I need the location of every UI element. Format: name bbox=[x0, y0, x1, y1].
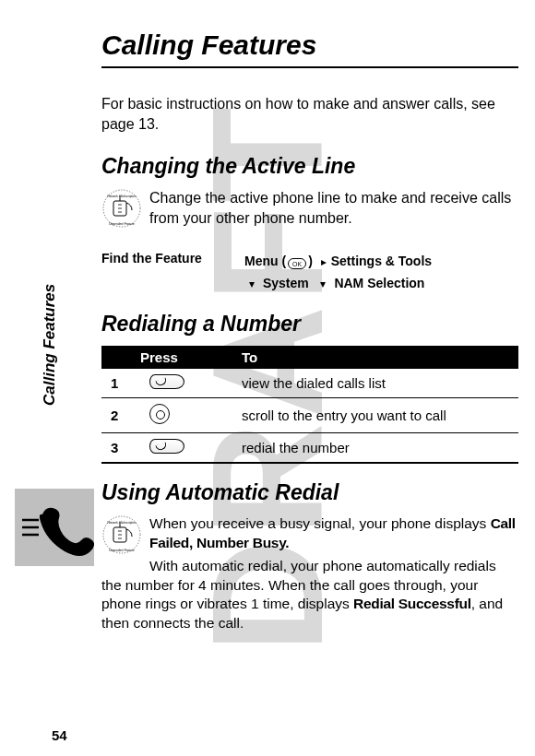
path-system: System bbox=[263, 276, 309, 290]
step-to: redial the number bbox=[232, 432, 518, 463]
redial-steps-table: Press To 1 view the dialed calls list 2 … bbox=[101, 346, 518, 464]
heading-auto-redial: Using Automatic Redial bbox=[101, 480, 518, 505]
send-key-icon bbox=[149, 439, 184, 454]
auto-lead: When you receive a busy signal, your pho… bbox=[101, 514, 518, 553]
menu-word: Menu bbox=[244, 254, 279, 268]
svg-text:Dependent Feature: Dependent Feature bbox=[109, 549, 135, 552]
arrow-right-icon bbox=[316, 254, 331, 268]
intro-paragraph: For basic instructions on how to make an… bbox=[101, 94, 518, 134]
col-to: To bbox=[232, 346, 518, 369]
find-the-feature: Find the Feature Menu (OK) Settings & To… bbox=[101, 251, 518, 295]
page-title: Calling Features bbox=[101, 30, 518, 68]
col-press: Press bbox=[101, 346, 232, 369]
auto-redial-block: Network / Subscription Dependent Feature… bbox=[101, 514, 518, 638]
auto-lead-text: When you receive a busy signal, your pho… bbox=[149, 515, 491, 531]
svg-text:Network / Subscription: Network / Subscription bbox=[108, 521, 137, 525]
heading-redialing: Redialing a Number bbox=[101, 312, 518, 337]
ok-key-icon: OK bbox=[288, 258, 306, 269]
step-num: 2 bbox=[101, 397, 140, 432]
svg-text:Dependent Feature: Dependent Feature bbox=[109, 222, 135, 226]
side-running-head: Calling Features bbox=[41, 284, 59, 406]
network-dependent-icon: Network / Subscription Dependent Feature bbox=[101, 188, 144, 230]
send-key-icon bbox=[149, 374, 184, 389]
ftf-path: Menu (OK) Settings & Tools System NAM Se… bbox=[244, 251, 518, 295]
nav-key-icon bbox=[149, 404, 170, 424]
auto-body-bold: Redial Successful bbox=[353, 596, 471, 611]
step-to: scroll to the entry you want to call bbox=[232, 397, 518, 432]
network-dependent-icon: Network / Subscription Dependent Feature bbox=[101, 514, 144, 557]
heading-changing-active-line: Changing the Active Line bbox=[101, 154, 518, 179]
page: Calling Features Calling Features For ba… bbox=[0, 0, 535, 756]
ftf-label: Find the Feature bbox=[101, 251, 244, 295]
step-num: 1 bbox=[101, 369, 140, 398]
changing-block: Network / Subscription Dependent Feature… bbox=[101, 188, 518, 230]
table-row: 1 view the dialed calls list bbox=[101, 369, 518, 398]
changing-body: Change the active phone line to make and… bbox=[101, 188, 518, 228]
page-number: 54 bbox=[52, 727, 67, 743]
step-to: view the dialed calls list bbox=[232, 369, 518, 398]
arrow-down-icon bbox=[315, 276, 330, 290]
table-row: 3 redial the number bbox=[101, 432, 518, 463]
arrow-down-icon bbox=[244, 276, 259, 290]
phone-tab-graphic bbox=[15, 489, 94, 566]
path-settings: Settings & Tools bbox=[331, 254, 432, 268]
table-row: 2 scroll to the entry you want to call bbox=[101, 397, 518, 432]
auto-body: With automatic redial, your phone automa… bbox=[101, 557, 518, 634]
svg-text:Network / Subscription: Network / Subscription bbox=[108, 195, 137, 198]
path-nam: NAM Selection bbox=[334, 276, 424, 290]
step-num: 3 bbox=[101, 432, 140, 463]
